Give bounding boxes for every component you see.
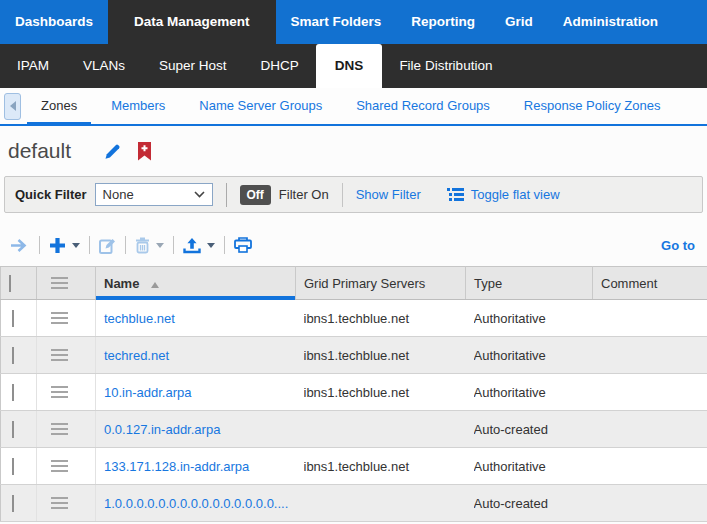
tab-shared-record-groups[interactable]: Shared Record Groups bbox=[342, 88, 504, 124]
page-heading: default bbox=[0, 126, 707, 176]
main-nav: Dashboards Data Management Smart Folders… bbox=[0, 0, 707, 44]
subnav-ipam[interactable]: IPAM bbox=[0, 44, 66, 88]
delete-button[interactable] bbox=[135, 237, 164, 254]
zone-link[interactable]: techblue.net bbox=[104, 311, 175, 326]
go-to-link[interactable]: Go to bbox=[661, 238, 695, 253]
add-button[interactable] bbox=[49, 237, 80, 254]
add-bookmark-button[interactable] bbox=[137, 142, 152, 161]
column-header-type[interactable]: Type bbox=[466, 267, 593, 300]
edit-icon bbox=[99, 237, 116, 254]
data-management-subnav: IPAM VLANs Super Host DHCP DNS File Dist… bbox=[0, 44, 707, 88]
subnav-dhcp[interactable]: DHCP bbox=[244, 44, 316, 88]
print-button[interactable] bbox=[234, 237, 252, 253]
upload-icon bbox=[183, 237, 201, 254]
bookmark-plus-icon bbox=[137, 142, 152, 161]
row-drag-handle[interactable] bbox=[51, 460, 68, 472]
quick-filter-selected-value: None bbox=[103, 187, 134, 202]
row-checkbox[interactable] bbox=[12, 384, 14, 401]
row-checkbox[interactable] bbox=[12, 347, 14, 364]
subnav-super-host[interactable]: Super Host bbox=[142, 44, 244, 88]
column-header-name[interactable]: Name bbox=[96, 267, 296, 300]
subnav-file-distribution[interactable]: File Distribution bbox=[382, 44, 509, 88]
divider bbox=[226, 183, 227, 207]
grid-primary-cell: ibns1.techblue.net bbox=[304, 459, 466, 474]
row-checkbox[interactable] bbox=[12, 458, 14, 475]
caret-down-icon bbox=[156, 243, 164, 248]
quick-filter-label: Quick Filter bbox=[15, 187, 87, 202]
row-drag-handle[interactable] bbox=[51, 423, 68, 435]
type-cell: Authoritative bbox=[474, 459, 593, 474]
sort-ascending-icon bbox=[151, 282, 159, 288]
quick-filter-select[interactable]: None bbox=[95, 183, 213, 206]
tab-response-policy-zones[interactable]: Response Policy Zones bbox=[510, 88, 675, 124]
hamburger-icon bbox=[51, 277, 68, 289]
divider bbox=[342, 183, 343, 207]
subnav-dns[interactable]: DNS bbox=[316, 44, 383, 88]
zone-link[interactable]: 1.0.0.0.0.0.0.0.0.0.0.0.0.0.0.0.... bbox=[104, 496, 288, 511]
open-button[interactable] bbox=[10, 238, 30, 253]
row-checkbox[interactable] bbox=[12, 310, 14, 327]
row-checkbox[interactable] bbox=[12, 495, 14, 512]
zone-link[interactable]: 0.0.127.in-addr.arpa bbox=[104, 422, 220, 437]
column-header-grid-primary-servers[interactable]: Grid Primary Servers bbox=[296, 267, 466, 300]
select-all-header[interactable] bbox=[1, 267, 37, 300]
filter-on-label: Filter On bbox=[279, 187, 329, 202]
row-drag-handle[interactable] bbox=[51, 349, 68, 361]
divider bbox=[173, 236, 174, 254]
scroll-tabs-left-button[interactable] bbox=[4, 93, 21, 120]
drag-handle-header bbox=[37, 267, 96, 300]
plus-icon bbox=[49, 237, 66, 254]
filter-on-toggle[interactable]: Off bbox=[240, 185, 271, 205]
dns-view-tabbar: Zones Members Name Server Groups Shared … bbox=[0, 88, 707, 126]
nav-reporting[interactable]: Reporting bbox=[396, 0, 490, 44]
select-all-checkbox[interactable] bbox=[9, 275, 11, 292]
tab-name-server-groups[interactable]: Name Server Groups bbox=[185, 88, 336, 124]
row-drag-handle[interactable] bbox=[51, 497, 68, 509]
column-label: Name bbox=[104, 276, 139, 291]
zone-link[interactable]: techred.net bbox=[104, 348, 169, 363]
chevron-down-icon bbox=[194, 191, 205, 198]
tab-members[interactable]: Members bbox=[97, 88, 179, 124]
show-filter-link[interactable]: Show Filter bbox=[356, 187, 421, 202]
column-label: Type bbox=[474, 276, 502, 291]
export-button[interactable] bbox=[183, 237, 215, 254]
divider bbox=[89, 236, 90, 254]
nav-smart-folders[interactable]: Smart Folders bbox=[276, 0, 397, 44]
row-checkbox[interactable] bbox=[12, 421, 14, 438]
nav-data-management[interactable]: Data Management bbox=[108, 0, 276, 44]
grid-primary-cell: ibns1.techblue.net bbox=[304, 385, 466, 400]
quick-filter-bar: Quick Filter None Off Filter On Show Fil… bbox=[4, 176, 703, 213]
subnav-vlans[interactable]: VLANs bbox=[66, 44, 142, 88]
page-title: default bbox=[8, 139, 71, 163]
table-row[interactable]: 0.0.127.in-addr.arpa Auto-created bbox=[1, 411, 707, 448]
row-drag-handle[interactable] bbox=[51, 386, 68, 398]
zone-link[interactable]: 10.in-addr.arpa bbox=[104, 385, 191, 400]
zones-toolbar: Go to bbox=[0, 228, 707, 262]
table-row[interactable]: techred.net ibns1.techblue.net Authorita… bbox=[1, 337, 707, 374]
tab-zones[interactable]: Zones bbox=[27, 88, 91, 124]
table-row[interactable]: 133.171.128.in-addr.arpa ibns1.techblue.… bbox=[1, 448, 707, 485]
toggle-flat-view-label: Toggle flat view bbox=[471, 187, 560, 202]
column-header-comment[interactable]: Comment bbox=[593, 267, 707, 300]
table-row[interactable]: 1.0.0.0.0.0.0.0.0.0.0.0.0.0.0.0.... Auto… bbox=[1, 485, 707, 522]
nav-administration[interactable]: Administration bbox=[548, 0, 673, 44]
nav-dashboards[interactable]: Dashboards bbox=[0, 0, 108, 44]
row-drag-handle[interactable] bbox=[51, 312, 68, 324]
pencil-icon bbox=[103, 142, 122, 161]
arrow-right-icon bbox=[10, 238, 30, 253]
edit-view-button[interactable] bbox=[103, 142, 122, 161]
printer-icon bbox=[234, 237, 252, 253]
divider bbox=[39, 236, 40, 254]
nav-grid[interactable]: Grid bbox=[490, 0, 548, 44]
divider bbox=[224, 236, 225, 254]
type-cell: Auto-created bbox=[474, 496, 593, 511]
caret-down-icon bbox=[72, 243, 80, 248]
toggle-flat-view-button[interactable]: Toggle flat view bbox=[447, 187, 560, 202]
table-row[interactable]: 10.in-addr.arpa ibns1.techblue.net Autho… bbox=[1, 374, 707, 411]
zones-table: Name Grid Primary Servers Type Comment t… bbox=[0, 266, 707, 522]
table-row[interactable]: techblue.net ibns1.techblue.net Authorit… bbox=[1, 300, 707, 337]
type-cell: Auto-created bbox=[474, 422, 593, 437]
grid-primary-cell: ibns1.techblue.net bbox=[304, 311, 466, 326]
edit-button[interactable] bbox=[99, 237, 116, 254]
zone-link[interactable]: 133.171.128.in-addr.arpa bbox=[104, 459, 249, 474]
